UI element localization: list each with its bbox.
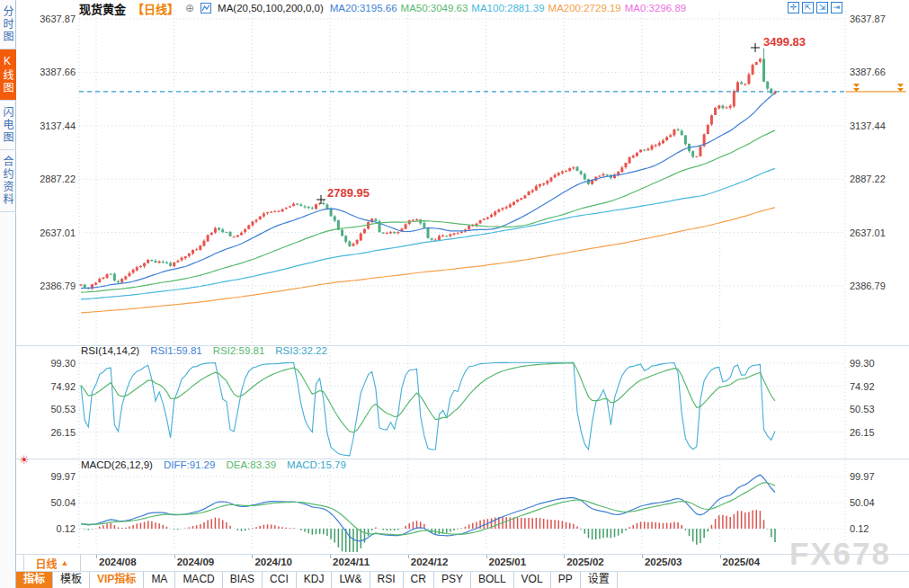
x-axis-tick	[174, 555, 175, 558]
annotation-cross-markers	[316, 43, 760, 204]
tab-设置[interactable]: 设置	[581, 572, 618, 588]
y-axis-label: 99.97	[850, 470, 875, 483]
alert-icon[interactable]: ☀	[19, 453, 30, 467]
y-axis-label: 3137.44	[850, 120, 886, 132]
ma200-line	[81, 208, 775, 313]
ma-legend: MA20:3195.66MA50:3049.63MA100:2881.39MA2…	[330, 2, 690, 14]
exit-chart-icon[interactable]: ⇥	[831, 2, 842, 13]
tab-MACD[interactable]: MACD	[175, 572, 222, 588]
price-annotation: 3499.83	[763, 35, 806, 49]
y-axis-label: 0.12	[850, 522, 869, 535]
tab-CCI[interactable]: CCI	[263, 572, 297, 588]
tab-指标[interactable]: 指标	[16, 572, 53, 588]
period-selector-label: 日线	[36, 556, 58, 571]
y-axis-label: 2887.22	[850, 173, 886, 185]
y-axis-label: 3387.66	[40, 66, 76, 78]
x-axis-tick	[486, 555, 487, 558]
y-axis-label: 50.04	[50, 496, 76, 509]
scroll-latest-icon[interactable]: ⇲	[816, 2, 828, 13]
y-axis-label: 2386.79	[850, 280, 886, 292]
tab-PP[interactable]: PP	[551, 572, 581, 588]
x-axis-tick	[408, 555, 409, 558]
y-axis-label: 2887.22	[40, 173, 76, 185]
rsi-legend: RSI1:59.81RSI2:59.81RSI3:32.22	[150, 345, 327, 356]
sidebar-item-2[interactable]: K线图	[0, 49, 16, 101]
tab-VOL[interactable]: VOL	[514, 572, 551, 588]
x-axis-label: 2025/04	[723, 557, 761, 567]
tab-BOLL[interactable]: BOLL	[471, 572, 514, 588]
ma-chart-icon	[201, 3, 211, 13]
tab-RSI[interactable]: RSI	[370, 572, 404, 588]
y-axis-label: 2637.01	[850, 227, 886, 239]
tab-MA[interactable]: MA	[144, 572, 175, 588]
x-axis-label: 2025/03	[645, 557, 682, 567]
indicator-tab-bar: 指标模板VIP指标MAMACDBIASCCIKDJLW&RSICRPSYBOLL…	[16, 572, 909, 588]
candlestick-series	[80, 49, 777, 290]
y-axis-label: 2386.79	[40, 280, 76, 292]
y-axis-right: 3637.873387.663137.442887.222637.012386.…	[847, 0, 909, 588]
macd-legend: DIFF:91.29DEA:83.39MACD:15.79	[164, 459, 346, 470]
ma-legend-item: MA50:3049.63	[401, 3, 468, 13]
header-toolbar: ✛⇱⇲⇥	[788, 2, 842, 13]
price-annotation: 2789.95	[327, 186, 370, 200]
symbol-name: 现货黄金	[79, 0, 126, 17]
sidebar: 分时图K线图闪电图合约资料	[0, 0, 16, 588]
x-axis-stub	[16, 555, 24, 571]
indicator-legend-item: MACD:15.79	[287, 459, 346, 470]
y-axis-label: 50.53	[850, 403, 875, 415]
x-axis: 日线 ▲ 2024/082024/092024/102024/112024/12…	[0, 555, 909, 571]
period-selector-button[interactable]: 日线 ▲	[24, 555, 81, 571]
indicator-legend-item: RSI2:59.81	[213, 345, 265, 356]
tab-BIAS[interactable]: BIAS	[223, 572, 263, 588]
sidebar-item-1[interactable]: 分时图	[0, 0, 16, 49]
axis-scale-icon[interactable]: ⇱	[802, 2, 814, 13]
x-axis-label: 2024/10	[254, 557, 292, 567]
x-axis-tick	[330, 555, 331, 558]
indicator-legend-item: RSI3:32.22	[275, 345, 327, 356]
chart-canvas[interactable]	[0, 0, 909, 588]
add-indicator-icon[interactable]: ⊕	[185, 2, 194, 14]
tab-PSY[interactable]: PSY	[434, 572, 471, 588]
indicator-legend-item: DEA:83.39	[226, 459, 276, 470]
y-axis-label: 0.12	[57, 522, 76, 535]
sidebar-item-3[interactable]: 闪电图	[0, 101, 16, 150]
tab-KDJ[interactable]: KDJ	[297, 572, 333, 588]
y-axis-label: 74.92	[50, 380, 76, 393]
y-axis-label: 3137.44	[40, 120, 76, 132]
y-axis-label: 3637.87	[850, 13, 886, 25]
tab-CR[interactable]: CR	[404, 572, 434, 588]
indicator-legend-item: DIFF:91.29	[164, 459, 216, 470]
rsi-header: RSI(14,14,2) RSI1:59.81RSI2:59.81RSI3:32…	[81, 344, 327, 357]
chart-header: 现货黄金 【日线】 ⊕ MA(20,50,100,200,0,0) MA20:3…	[79, 1, 690, 15]
x-axis-label: 2024/08	[99, 557, 137, 567]
ma-legend-item: MA20:3195.66	[330, 3, 397, 13]
y-axis-label: 99.97	[50, 470, 76, 483]
y-axis-label: 99.30	[850, 357, 875, 370]
y-axis-label: 26.15	[850, 426, 875, 439]
x-axis-label: 2025/01	[489, 557, 527, 567]
x-axis-label: 2024/12	[411, 557, 449, 567]
ma-legend-item: MA200:2729.19	[548, 3, 621, 13]
x-axis-tick	[96, 555, 97, 558]
tab-VIP指标[interactable]: VIP指标	[90, 572, 144, 588]
ma-settings-label: MA(20,50,100,200,0,0)	[218, 3, 324, 13]
y-axis-label: 50.04	[850, 496, 875, 509]
x-axis-label: 2024/09	[177, 557, 215, 567]
y-axis-label: 2637.01	[40, 227, 76, 239]
crosshair-icon[interactable]: ✛	[788, 2, 799, 13]
macd-params-label: MACD(26,12,9)	[81, 459, 153, 470]
y-axis-label: 50.53	[50, 403, 76, 415]
chevron-up-icon: ▲	[61, 558, 69, 567]
ma-legend-item: MA0:3296.89	[625, 3, 686, 13]
x-axis-tick	[252, 555, 253, 558]
y-axis-left: 3637.873387.663137.442887.222637.012386.…	[18, 0, 77, 588]
tab-模板[interactable]: 模板	[53, 572, 90, 588]
x-axis-tick	[642, 555, 643, 558]
macd-histogram	[81, 510, 775, 557]
rsi-params-label: RSI(14,14,2)	[81, 345, 139, 356]
ma50-line	[81, 130, 775, 292]
y-axis-label: 3387.66	[850, 66, 886, 78]
ma-legend-item: MA100:2881.39	[471, 3, 544, 13]
tab-LW&[interactable]: LW&	[332, 572, 370, 588]
sidebar-item-4[interactable]: 合约资料	[0, 150, 16, 212]
